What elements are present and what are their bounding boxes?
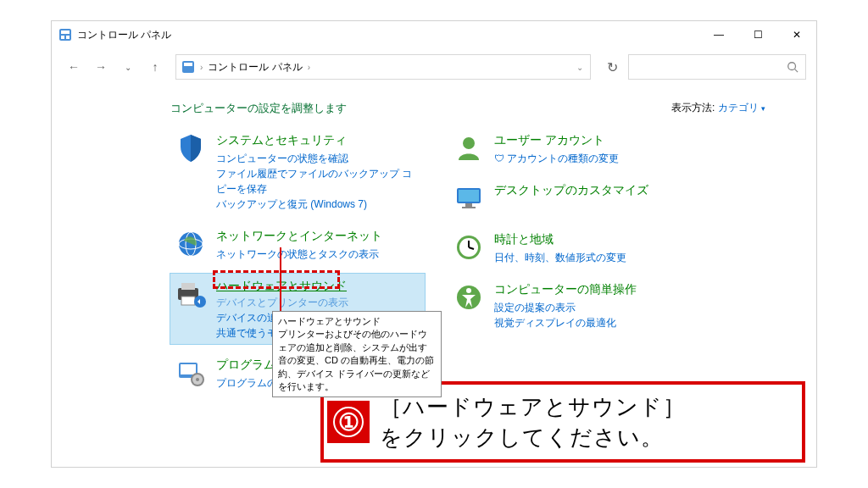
view-by-value[interactable]: カテゴリ <box>718 102 759 114</box>
category-title[interactable]: ハードウェアとサウンド <box>216 277 348 295</box>
clock-icon <box>452 230 486 264</box>
address-bar[interactable]: › コントロール パネル › ⌄ <box>175 54 591 80</box>
up-button[interactable]: ↑ <box>143 55 167 79</box>
control-panel-icon <box>58 28 72 42</box>
svg-rect-24 <box>462 207 476 208</box>
category-user-accounts[interactable]: ユーザー アカウント 🛡 アカウントの種類の変更 <box>448 128 703 169</box>
svg-point-6 <box>788 63 796 70</box>
globe-icon <box>174 227 208 261</box>
maximize-button[interactable]: ☐ <box>738 21 777 48</box>
window-title: コントロール パネル <box>77 28 171 42</box>
svg-rect-23 <box>465 203 472 207</box>
callout-number: ① <box>333 407 364 437</box>
recent-dropdown[interactable]: ⌄ <box>116 55 140 79</box>
svg-rect-16 <box>181 364 196 374</box>
callout-number-badge: ① <box>327 401 370 443</box>
view-by: 表示方法: カテゴリ ▾ <box>671 101 765 115</box>
category-link[interactable]: バックアップと復元 (Windows 7) <box>216 197 421 212</box>
category-system-security[interactable]: システムとセキュリティ コンピューターの状態を確認 ファイル履歴でファイルのバッ… <box>170 128 425 215</box>
category-link[interactable]: コンピューターの状態を確認 <box>216 151 421 166</box>
category-link[interactable]: 設定の提案の表示 <box>494 300 637 315</box>
tooltip-body: プリンターおよびその他のハードウェアの追加と削除、システムが出す音の変更、CD … <box>278 328 436 393</box>
category-link[interactable]: デバイスとプリンターの表示 <box>216 295 348 310</box>
svg-line-7 <box>795 69 798 73</box>
titlebar: コントロール パネル — ☐ ✕ <box>52 21 816 48</box>
breadcrumb-sep[interactable]: › <box>308 63 310 72</box>
svg-rect-1 <box>61 30 70 34</box>
svg-point-20 <box>463 137 475 149</box>
category-title[interactable]: ネットワークとインターネット <box>216 227 382 245</box>
back-button[interactable]: ← <box>62 55 86 79</box>
breadcrumb-root[interactable]: コントロール パネル <box>208 60 302 75</box>
ease-icon <box>452 280 486 314</box>
category-title[interactable]: コンピューターの簡単操作 <box>494 280 637 298</box>
category-desktop[interactable]: デスクトップのカスタマイズ <box>448 178 703 219</box>
category-title[interactable]: 時計と地域 <box>494 230 626 248</box>
svg-rect-2 <box>61 36 64 39</box>
monitor-icon <box>452 181 486 215</box>
category-title[interactable]: ユーザー アカウント <box>494 131 619 149</box>
category-link[interactable]: 日付、時刻、数値形式の変更 <box>494 250 626 265</box>
category-columns: システムとセキュリティ コンピューターの状態を確認 ファイル履歴でファイルのバッ… <box>170 128 782 402</box>
view-by-label: 表示方法: <box>671 102 715 114</box>
svg-point-8 <box>179 232 203 256</box>
content-area: コンピューターの設定を調整します 表示方法: カテゴリ ▾ システムとセキュリテ… <box>52 86 816 402</box>
category-clock-region[interactable]: 時計と地域 日付、時刻、数値形式の変更 <box>448 227 703 269</box>
minimize-button[interactable]: — <box>699 21 738 48</box>
search-box[interactable] <box>628 54 806 80</box>
category-hardware-sound[interactable]: ハードウェアとサウンド デバイスとプリンターの表示 デバイスの追加 共通で使うモ… <box>170 274 425 344</box>
category-network[interactable]: ネットワークとインターネット ネットワークの状態とタスクの表示 <box>170 224 425 265</box>
forward-button[interactable]: → <box>89 55 113 79</box>
close-button[interactable]: ✕ <box>777 21 816 48</box>
nav-toolbar: ← → ⌄ ↑ › コントロール パネル › ⌄ ↻ <box>52 48 816 86</box>
category-link[interactable]: 🛡 アカウントの種類の変更 <box>494 151 619 166</box>
svg-rect-5 <box>184 63 192 66</box>
search-icon <box>787 61 798 73</box>
right-column: ユーザー アカウント 🛡 アカウントの種類の変更 デスクトップのカスタマイズ <box>448 128 703 402</box>
refresh-button[interactable]: ↻ <box>599 54 625 80</box>
callout-text: ［ハードウェアとサウンド］ をクリックしてください。 <box>380 391 686 453</box>
category-title[interactable]: システムとセキュリティ <box>216 131 421 149</box>
tooltip-title: ハードウェアとサウンド <box>278 315 436 328</box>
shield-icon <box>174 131 208 165</box>
svg-point-30 <box>466 288 471 293</box>
breadcrumb-sep: › <box>200 63 203 72</box>
uac-shield-icon: 🛡 <box>494 152 504 164</box>
view-by-dropdown-icon[interactable]: ▾ <box>761 104 765 113</box>
category-link[interactable]: ネットワークの状態とタスクの表示 <box>216 247 382 262</box>
svg-rect-12 <box>181 283 195 290</box>
svg-rect-3 <box>66 36 70 39</box>
category-link[interactable]: ファイル履歴でファイルのバックアップ コピーを保存 <box>216 166 421 197</box>
window-buttons: — ☐ ✕ <box>699 21 816 48</box>
user-icon <box>452 131 486 165</box>
printer-icon <box>174 277 208 311</box>
category-link[interactable]: 視覚ディスプレイの最適化 <box>494 315 637 330</box>
svg-point-19 <box>196 378 199 381</box>
address-icon <box>181 60 195 74</box>
category-ease-of-access[interactable]: コンピューターの簡単操作 設定の提案の表示 視覚ディスプレイの最適化 <box>448 277 703 334</box>
category-title[interactable]: デスクトップのカスタマイズ <box>494 181 648 199</box>
left-column: システムとセキュリティ コンピューターの状態を確認 ファイル履歴でファイルのバッ… <box>170 128 425 402</box>
tooltip: ハードウェアとサウンド プリンターおよびその他のハードウェアの追加と削除、システ… <box>272 311 442 397</box>
svg-rect-13 <box>181 297 195 305</box>
svg-rect-22 <box>459 190 479 202</box>
programs-icon <box>174 356 208 390</box>
address-dropdown[interactable]: ⌄ <box>576 63 583 72</box>
